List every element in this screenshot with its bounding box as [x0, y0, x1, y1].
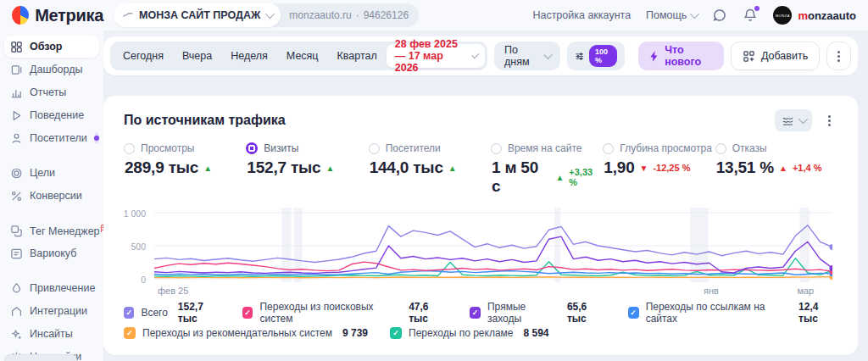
sampling-control[interactable]: 100 %: [567, 42, 626, 70]
trend-chart[interactable]: 05001 000 фев 25янвмар: [124, 208, 837, 297]
chat-icon[interactable]: [712, 8, 727, 23]
legend-label: Переходы по ссылкам на сайтах: [646, 301, 788, 325]
sidebar-item-dashboards[interactable]: Дашборды: [4, 58, 99, 81]
add-widget-icon: [743, 50, 755, 63]
toolbar: Сегодня Вчера Неделя Месяц Квартал 28 фе…: [103, 36, 858, 75]
metric-label: Просмотры: [141, 142, 194, 154]
sidebar-item-label: Тег Менеджерβ: [30, 224, 104, 237]
sidebar-item-variocube[interactable]: Вариокуб: [4, 242, 99, 264]
sidebar-item-behavior[interactable]: Поведение: [4, 104, 99, 126]
sidebar-item-integrations[interactable]: Интеграции: [4, 300, 99, 322]
counter-site[interactable]: monzaauto.ru: [289, 9, 351, 21]
metric-tab-bounces[interactable]: Отказы 13,51 %▲+1,4 %: [715, 142, 837, 196]
range-quarter-button[interactable]: Квартал: [328, 50, 387, 62]
metric-tabs: Просмотры 289,9 тыс▲ Визиты 152,7 тыс▲ П…: [124, 142, 837, 196]
account-settings-link[interactable]: Настройка аккаунта: [532, 9, 631, 21]
sidebar-item-overview[interactable]: Обзор: [4, 36, 99, 58]
checkbox-icon[interactable]: ✓: [470, 307, 481, 319]
toolbar-more-button[interactable]: [826, 42, 851, 70]
radio-icon[interactable]: [603, 143, 614, 154]
sidebar: Обзор Дашборды Отчеты Поведение Посетите…: [0, 31, 103, 361]
sidebar-item-label: Посетители: [30, 132, 87, 144]
legend-item-total[interactable]: ✓Всего152,7 тыс: [124, 301, 220, 325]
metric-tab-visits[interactable]: Визиты 152,7 тыс▲: [246, 142, 368, 196]
trend-arrow: ▲: [203, 164, 212, 173]
radio-icon[interactable]: [715, 143, 726, 154]
reports-barchart-icon: [10, 86, 23, 99]
y-tick-label: 0: [141, 275, 146, 285]
range-today-button[interactable]: Сегодня: [114, 50, 173, 62]
legend-label: Всего: [141, 307, 167, 319]
radio-icon[interactable]: [246, 142, 258, 154]
chevron-down-icon: [544, 50, 553, 58]
trend-arrow: ▲: [448, 164, 457, 173]
checkbox-icon[interactable]: ✓: [124, 327, 136, 339]
radio-icon[interactable]: [369, 143, 380, 154]
sidebar-item-insights[interactable]: Инсайты: [4, 323, 99, 345]
metrica-logo[interactable]: Метрика: [12, 6, 103, 25]
granularity-select[interactable]: По дням: [494, 42, 560, 70]
sampling-badge: 100 %: [589, 45, 617, 67]
trend-chart-svg[interactable]: [154, 208, 832, 282]
sidebar-item-reports[interactable]: Отчеты: [4, 81, 99, 103]
help-menu[interactable]: Помощь: [646, 9, 697, 21]
radio-icon[interactable]: [491, 143, 502, 154]
legend-item-direct[interactable]: ✓Прямые заходы65,6 тыс: [470, 301, 606, 325]
chevron-down-icon: [265, 9, 275, 19]
metric-value: 1 м 50 с: [492, 158, 550, 196]
quick-ranges: Сегодня Вчера Неделя Месяц Квартал 28 фе…: [110, 42, 487, 70]
sidebar-item-tag-manager[interactable]: Тег Менеджерβ: [4, 219, 99, 242]
legend-value: 8 594: [524, 327, 549, 339]
legend-item-search[interactable]: ✓Переходы из поисковых систем47,6 тыс: [242, 301, 448, 325]
range-week-button[interactable]: Неделя: [221, 50, 277, 62]
chart-type-select[interactable]: [775, 109, 812, 131]
x-tick-label: янв: [704, 286, 719, 296]
checkbox-icon[interactable]: ✓: [390, 327, 402, 339]
traffic-sources-card: По источникам трафика Просмотры 289,9 ты…: [103, 96, 858, 355]
add-widget-button[interactable]: Добавить: [731, 42, 820, 70]
sidebar-item-goals[interactable]: Цели: [4, 162, 99, 184]
sidebar-item-label: Поведение: [30, 109, 84, 121]
date-range-value: 28 фев 2025 — 17 мар 2026: [395, 38, 467, 74]
metric-tab-visitors[interactable]: Посетители 144,0 тыс▲: [369, 142, 491, 196]
sidebar-item-visitors[interactable]: Посетители: [4, 127, 99, 149]
trend-arrow: ▼: [640, 164, 648, 173]
metric-tab-pageviews[interactable]: Просмотры 289,9 тыс▲: [124, 142, 246, 196]
radio-icon[interactable]: [124, 143, 135, 154]
metric-delta: -12,25 %: [653, 163, 690, 173]
checkbox-icon[interactable]: ✓: [124, 307, 134, 319]
metric-tab-time-on-site[interactable]: Время на сайте 1 м 50 с▲+3,33 %: [491, 142, 603, 196]
legend-item-recommendations[interactable]: ✓Переходы из рекомендательных систем9 73…: [124, 327, 368, 339]
range-month-button[interactable]: Месяц: [277, 50, 328, 62]
sidebar-item-label: Привлечение: [30, 282, 95, 294]
overview-grid-icon: [10, 41, 23, 53]
sidebar-item-conversions[interactable]: Конверсии: [4, 185, 99, 207]
chevron-down-icon: [472, 51, 480, 58]
trend-arrow: ▲: [326, 164, 334, 173]
sidebar-bottom-widget[interactable]: [4, 354, 77, 361]
metric-value: 152,7 тыс: [247, 158, 320, 177]
account-menu[interactable]: MONZA monzaauto: [773, 6, 856, 25]
date-range-picker[interactable]: 28 фев 2025 — 17 мар 2026: [387, 44, 485, 68]
checkbox-icon[interactable]: ✓: [628, 307, 639, 319]
notifications-bell-icon[interactable]: [743, 8, 758, 23]
card-more-button[interactable]: [821, 119, 837, 122]
checkbox-icon[interactable]: ✓: [242, 307, 253, 319]
metric-tab-depth[interactable]: Глубина просмотра 1,90▼-12,25 %: [603, 142, 715, 196]
y-tick-label: 500: [131, 242, 146, 252]
project-selector[interactable]: МОНЗА САЙТ ПРОДАЖ: [114, 3, 281, 27]
goals-target-icon: [10, 167, 23, 180]
counter-switcher: МОНЗА САЙТ ПРОДАЖ monzaauto.ru · 9462612…: [114, 3, 419, 27]
sidebar-item-label: Цели: [30, 167, 55, 179]
sidebar-item-label: Дашборды: [30, 64, 83, 75]
visitors-person-icon: [10, 132, 23, 145]
legend-item-ads[interactable]: ✓Переходы по рекламе8 594: [390, 327, 549, 339]
trend-arrow: ▲: [555, 173, 564, 182]
legend-value: 12,4 тыс: [798, 301, 837, 325]
legend-item-site-links[interactable]: ✓Переходы по ссылкам на сайтах12,4 тыс: [628, 301, 837, 325]
sidebar-item-acquisition[interactable]: Привлечение: [4, 277, 99, 299]
chart-legend: ✓Всего152,7 тыс ✓Переходы из поисковых с…: [124, 303, 837, 343]
whats-new-button[interactable]: Что нового: [638, 42, 724, 70]
sidebar-item-label: Инсайты: [30, 328, 73, 340]
range-yesterday-button[interactable]: Вчера: [173, 50, 221, 62]
